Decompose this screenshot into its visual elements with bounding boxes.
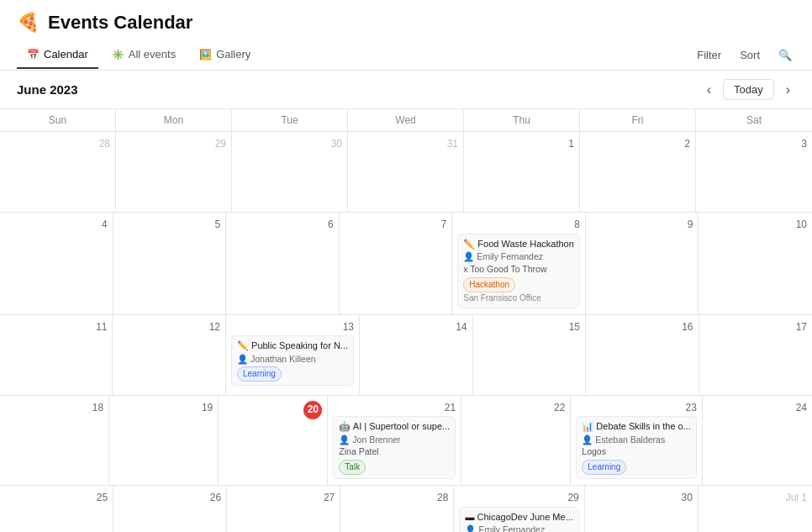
event-chicagodev-title: ▬ ChicagoDev June Me...: [465, 511, 572, 524]
cell-jun-2: 2: [580, 132, 696, 212]
day-header-sun: Sun: [0, 109, 116, 131]
cell-may-30: 30: [232, 132, 348, 212]
cell-jun-4: 4: [0, 213, 113, 314]
event-debate-skills-org: Logos: [582, 445, 691, 458]
cell-jun-29: 29 ▬ ChicagoDev June Me... 👤 Emily Ferna…: [454, 486, 584, 532]
calendar-week-5: 25 26 27 28 29 ▬ ChicagoDev June Me... 👤…: [0, 486, 812, 532]
calendar-week-4: 18 19 20 21 🤖 AI | Supertool or supe... …: [0, 396, 812, 487]
cell-jun-23: 23 📊 Debate Skills in the o... 👤 Esteban…: [571, 396, 703, 486]
event-food-waste-org: x Too Good To Throw: [463, 263, 574, 276]
calendar-weeks: 28 29 30 31 1 2 3 4 5 6 7 8 ✏️ Food Wast…: [0, 132, 812, 532]
tab-gallery-label: Gallery: [216, 48, 250, 61]
cell-jun-17: 17: [699, 315, 812, 395]
day-header-fri: Fri: [580, 109, 696, 131]
cell-jun-24: 24: [703, 396, 812, 486]
cell-may-31: 31: [348, 132, 464, 212]
calendar-icon: 📅: [27, 49, 40, 61]
app-logo: 🍕: [17, 12, 40, 34]
cell-may-28: 28: [0, 132, 116, 212]
cell-may-29: 29: [116, 132, 232, 212]
event-public-speaking[interactable]: ✏️ Public Speaking for N... 👤 Jonathan K…: [231, 335, 354, 386]
event-food-waste-tag: Hackathon: [463, 277, 515, 292]
cell-jun-1: 1: [464, 132, 580, 212]
today-button[interactable]: Today: [723, 79, 774, 100]
tab-all-events-label: All events: [129, 48, 176, 61]
next-month-button[interactable]: ›: [781, 81, 795, 99]
event-food-waste-host: 👤 Emily Fernandez: [463, 250, 574, 263]
app-title: Events Calendar: [48, 12, 192, 34]
event-ai-supertool-title: 🤖 AI | Supertool or supe...: [339, 420, 450, 433]
search-button[interactable]: 🔍: [775, 47, 795, 63]
event-food-waste-location: San Fransisco Office: [463, 292, 574, 304]
event-chicagodev[interactable]: ▬ ChicagoDev June Me... 👤 Emily Fernande…: [459, 507, 578, 532]
cell-jun-26: 26: [113, 486, 227, 532]
tab-calendar-label: Calendar: [44, 48, 88, 61]
cell-jun-18: 18: [0, 396, 109, 486]
tab-all-events[interactable]: ✳️ All events: [102, 41, 186, 69]
cell-jun-6: 6: [226, 213, 340, 314]
cell-jun-15: 15: [473, 315, 587, 395]
cell-jun-7: 7: [340, 213, 453, 314]
all-events-icon: ✳️: [112, 49, 124, 61]
day-header-thu: Thu: [464, 109, 580, 131]
event-debate-skills-title: 📊 Debate Skills in the o...: [582, 420, 691, 433]
event-debate-skills[interactable]: 📊 Debate Skills in the o... 👤 Esteban Ba…: [576, 416, 697, 479]
cell-jun-3: 3: [696, 132, 812, 212]
today-badge: 20: [303, 401, 322, 419]
cell-jun-5: 5: [113, 213, 227, 314]
cell-jun-9: 9: [586, 213, 699, 314]
calendar-week-2: 4 5 6 7 8 ✏️ Food Waste Hackathon 👤 Emil…: [0, 213, 812, 315]
day-header-tue: Tue: [232, 109, 348, 131]
cell-jun-16: 16: [586, 315, 699, 395]
cell-jun-20: 20: [219, 396, 328, 486]
event-ai-supertool-tag: Talk: [339, 460, 366, 475]
cell-jun-28: 28: [340, 486, 454, 532]
cell-jun-30: 30: [585, 486, 699, 532]
days-header: Sun Mon Tue Wed Thu Fri Sat: [0, 109, 812, 132]
navigation-bar: 📅 Calendar ✳️ All events 🖼️ Gallery Filt…: [0, 40, 812, 71]
event-public-speaking-tag: Learning: [237, 366, 282, 382]
event-ai-supertool-host: 👤 Jon Brenner: [339, 434, 450, 446]
cell-jun-10: 10: [699, 213, 812, 314]
cell-jul-1: Jul 1: [699, 486, 812, 532]
event-public-speaking-title: ✏️ Public Speaking for N...: [237, 340, 348, 352]
cell-jun-21: 21 🤖 AI | Supertool or supe... 👤 Jon Bre…: [328, 396, 461, 486]
calendar-grid: Sun Mon Tue Wed Thu Fri Sat 28 29 30 31 …: [0, 108, 812, 532]
cell-jun-13: 13 ✏️ Public Speaking for N... 👤 Jonatha…: [226, 315, 360, 395]
event-ai-supertool-org: Zina Patel: [339, 445, 450, 458]
day-header-sat: Sat: [696, 109, 812, 131]
tab-calendar[interactable]: 📅 Calendar: [17, 41, 98, 69]
event-debate-skills-tag: Learning: [582, 460, 626, 475]
tab-gallery[interactable]: 🖼️ Gallery: [189, 41, 261, 69]
cell-jun-11: 11: [0, 315, 113, 395]
top-actions: Filter Sort 🔍: [693, 40, 795, 70]
calendar-header: June 2023 ‹ Today ›: [0, 71, 812, 108]
day-header-wed: Wed: [348, 109, 464, 131]
day-header-mon: Mon: [116, 109, 232, 131]
calendar-week-1: 28 29 30 31 1 2 3: [0, 132, 812, 213]
event-food-waste-title: ✏️ Food Waste Hackathon: [463, 238, 574, 250]
filter-button[interactable]: Filter: [693, 47, 725, 63]
event-public-speaking-host: 👤 Jonathan Killeen: [237, 353, 348, 366]
cell-jun-14: 14: [360, 315, 473, 395]
event-chicagodev-host: 👤 Emily Fernandez: [465, 524, 572, 532]
calendar-week-3: 11 12 13 ✏️ Public Speaking for N... 👤 J…: [0, 315, 812, 396]
event-ai-supertool[interactable]: 🤖 AI | Supertool or supe... 👤 Jon Brenne…: [333, 416, 456, 479]
cell-jun-8: 8 ✏️ Food Waste Hackathon 👤 Emily Fernan…: [452, 213, 586, 314]
cell-jun-12: 12: [113, 315, 226, 395]
event-food-waste[interactable]: ✏️ Food Waste Hackathon 👤 Emily Fernande…: [457, 234, 580, 308]
event-debate-skills-host: 👤 Esteban Balderas: [582, 434, 691, 446]
cell-jun-22: 22: [461, 396, 571, 486]
cell-jun-27: 27: [227, 486, 340, 532]
cell-jun-25: 25: [0, 486, 113, 532]
gallery-icon: 🖼️: [199, 49, 212, 61]
prev-month-button[interactable]: ‹: [702, 81, 716, 99]
sort-button[interactable]: Sort: [736, 47, 763, 63]
month-title: June 2023: [17, 82, 695, 97]
cell-jun-19: 19: [109, 396, 219, 486]
